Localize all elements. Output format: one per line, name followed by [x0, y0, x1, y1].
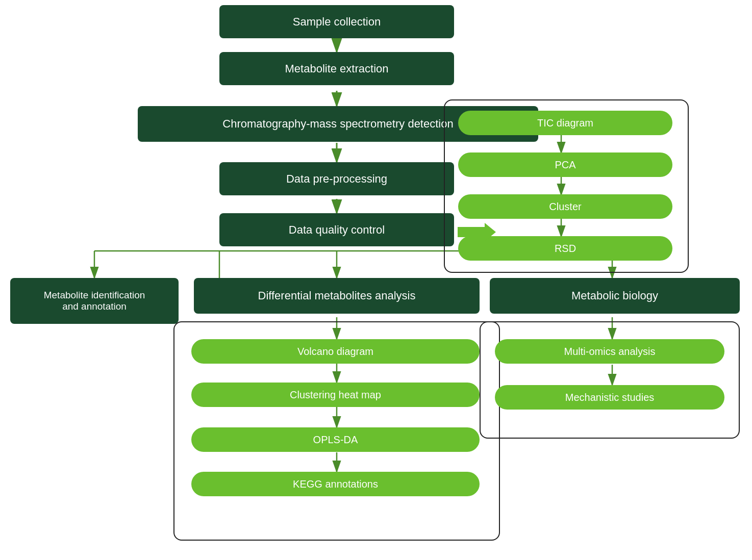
cluster-box: Cluster: [458, 194, 672, 219]
volcano-label: Volcano diagram: [297, 346, 373, 358]
cluster-label: Cluster: [549, 201, 581, 213]
volcano-box: Volcano diagram: [191, 339, 480, 364]
qc-arrow: [458, 223, 498, 241]
multi-omics-box: Multi-omics analysis: [495, 339, 724, 364]
metabolite-id-label: Metabolite identification and annotation: [44, 290, 145, 312]
data-quality-box: Data quality control: [219, 213, 454, 246]
mechanistic-box: Mechanistic studies: [495, 385, 724, 410]
tic-box: TIC diagram: [458, 111, 672, 135]
differential-box: Differential metabolites analysis: [194, 278, 480, 314]
mechanistic-label: Mechanistic studies: [565, 392, 655, 403]
opls-da-label: OPLS-DA: [313, 434, 358, 446]
metabolic-biology-box: Metabolic biology: [490, 278, 740, 314]
multi-omics-label: Multi-omics analysis: [564, 346, 656, 358]
clustering-heatmap-box: Clustering heat map: [191, 383, 480, 407]
data-preprocessing-label: Data pre-processing: [286, 172, 387, 186]
chromatography-label: Chromatography-mass spectrometry detecti…: [222, 117, 453, 131]
kegg-box: KEGG annotations: [191, 472, 480, 496]
metabolite-extraction-label: Metabolite extraction: [285, 62, 389, 75]
clustering-heatmap-label: Clustering heat map: [290, 389, 381, 401]
sample-collection-box: Sample collection: [219, 5, 454, 38]
tic-label: TIC diagram: [537, 117, 593, 129]
flowchart: Sample collection Metabolite extraction …: [0, 0, 752, 560]
sample-collection-label: Sample collection: [293, 15, 381, 29]
pca-box: PCA: [458, 152, 672, 177]
metabolic-biology-label: Metabolic biology: [571, 289, 658, 302]
opls-da-box: OPLS-DA: [191, 427, 480, 452]
metabolite-extraction-box: Metabolite extraction: [219, 52, 454, 85]
metabolite-id-box: Metabolite identification and annotation: [10, 278, 179, 324]
differential-label: Differential metabolites analysis: [258, 289, 416, 302]
data-quality-label: Data quality control: [289, 223, 385, 237]
data-preprocessing-box: Data pre-processing: [219, 162, 454, 195]
pca-label: PCA: [555, 159, 575, 171]
kegg-label: KEGG annotations: [293, 478, 378, 490]
rsd-label: RSD: [555, 243, 576, 254]
